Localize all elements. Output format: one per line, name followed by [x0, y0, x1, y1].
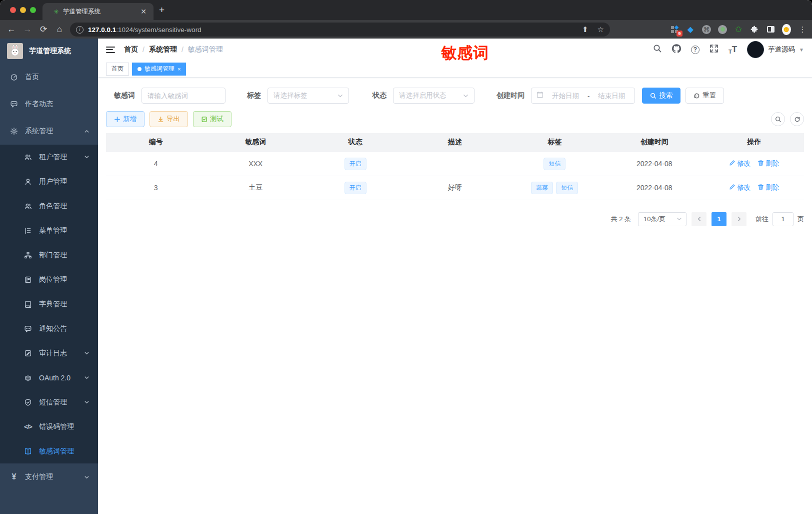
forward-icon[interactable]: →	[20, 25, 35, 35]
sidebar-item-11[interactable]: 通知公告	[0, 316, 98, 341]
bookmark-star-icon[interactable]: ☆	[598, 25, 604, 34]
add-button-label: 新增	[123, 115, 136, 124]
tag-close-icon[interactable]: ×	[178, 66, 180, 72]
sidebar-item-13[interactable]: OAuth 2.0	[0, 365, 98, 390]
search-icon[interactable]	[653, 44, 662, 55]
tag-select-placeholder: 请选择标签	[274, 91, 308, 100]
address-bar[interactable]: i 127.0.0.1 :1024/system/sensitive-word …	[70, 23, 610, 37]
page-size-value: 10条/页	[644, 215, 666, 224]
status-badge: 开启	[344, 158, 366, 170]
date-start-input[interactable]	[548, 92, 584, 100]
help-icon[interactable]: ?	[691, 46, 700, 54]
add-button[interactable]: 新增	[106, 111, 144, 127]
sidebar-item-label: 通知公告	[39, 324, 90, 333]
user-menu[interactable]: 芋道源码 ▼	[747, 41, 804, 58]
cell-id: 4	[106, 152, 206, 176]
site-info-icon[interactable]: i	[76, 26, 84, 34]
status-select[interactable]: 请选择启用状态	[393, 88, 474, 104]
prev-page-button[interactable]	[692, 212, 706, 226]
browser-toolbar: ← → ⟳ ⌂ i 127.0.0.1 :1024/system/sensiti…	[0, 20, 812, 39]
hamburger-icon[interactable]	[106, 47, 115, 53]
breadcrumb-system[interactable]: 系统管理	[149, 45, 177, 54]
sidebar-item-7[interactable]: 菜单管理	[0, 218, 98, 243]
sidebar-item-5[interactable]: 用户管理	[0, 169, 98, 194]
search-button[interactable]: 搜索	[642, 88, 680, 104]
tag-select[interactable]: 请选择标签	[268, 88, 349, 104]
breadcrumb-separator: /	[182, 46, 184, 54]
reset-button-label: 重置	[702, 91, 716, 100]
extension-grid-icon[interactable]: 9	[670, 25, 679, 34]
active-tag-dot	[138, 67, 142, 71]
date-range-picker[interactable]: -	[531, 88, 635, 104]
sidebar-item-14[interactable]: 短信管理	[0, 390, 98, 414]
sidebar-item-10[interactable]: 字典管理	[0, 292, 98, 316]
date-end-input[interactable]	[594, 92, 630, 100]
extensions-puzzle-icon[interactable]	[750, 25, 759, 34]
sidebar-item-2[interactable]: 作者动态	[0, 91, 98, 118]
sidebar-item-4[interactable]: 租户管理	[0, 145, 98, 169]
font-size-icon[interactable]: TT	[728, 45, 737, 55]
sidebar-item-16[interactable]: 敏感词管理	[0, 439, 98, 463]
app-logo-row[interactable]: 芋道管理系统	[0, 39, 98, 64]
edit-link[interactable]: 修改	[729, 159, 750, 168]
sidebar-toggle-icon[interactable]	[766, 25, 775, 34]
edit-link[interactable]: 修改	[729, 183, 750, 192]
tag-1[interactable]: 首页	[106, 63, 129, 76]
sidebar-item-label: 角色管理	[39, 202, 90, 211]
delete-link[interactable]: 删除	[758, 183, 779, 192]
browser-tab[interactable]: ✳ 芋道管理系统 ✕	[42, 3, 154, 20]
keyword-input[interactable]	[148, 92, 220, 100]
extension-gem-icon[interactable]: ◆	[686, 25, 695, 34]
toggle-search-icon[interactable]	[771, 112, 785, 126]
reset-button[interactable]: 重置	[686, 88, 724, 104]
github-icon[interactable]	[672, 44, 681, 55]
back-icon[interactable]: ←	[4, 25, 19, 35]
sidebar-item-label: 首页	[25, 73, 90, 82]
sidebar-item-12[interactable]: 审计日志	[0, 341, 98, 365]
test-button[interactable]: 测试	[193, 111, 232, 127]
pencil-icon	[729, 184, 736, 192]
zoom-window-button[interactable]	[30, 7, 36, 13]
fullscreen-icon[interactable]	[710, 44, 718, 55]
reload-icon[interactable]: ⟳	[36, 24, 51, 35]
menu-tree-icon	[24, 227, 32, 235]
cell-id: 3	[106, 176, 206, 200]
page-number-1[interactable]: 1	[712, 212, 726, 226]
export-button[interactable]: 导出	[150, 111, 188, 127]
sidebar-item-1[interactable]: 首页	[0, 64, 98, 91]
sidebar-item-8[interactable]: 部门管理	[0, 243, 98, 267]
sidebar-item-15[interactable]: </>错误码管理	[0, 414, 98, 439]
new-tab-button[interactable]: +	[159, 5, 164, 15]
profile-avatar[interactable]: ☻	[782, 25, 791, 34]
breadcrumb-home[interactable]: 首页	[124, 45, 138, 54]
sidebar-item-3[interactable]: 系统管理	[0, 118, 98, 145]
goto-page-input[interactable]	[772, 212, 794, 226]
close-window-button[interactable]	[10, 7, 16, 13]
payment-yen-icon: ¥	[10, 473, 18, 481]
sidebar-item-17[interactable]: ¥支付管理	[0, 463, 98, 490]
browser-menu-icon[interactable]: ⋮	[798, 25, 807, 34]
sidebar-item-label: 错误码管理	[39, 422, 90, 431]
next-page-button[interactable]	[732, 212, 746, 226]
cell-description	[405, 152, 504, 176]
table-row: 3土豆开启好呀蔬菜短信2022-04-08修改删除	[106, 176, 804, 200]
extension-record-icon[interactable]	[718, 25, 727, 34]
macos-traffic-lights[interactable]	[10, 7, 36, 13]
sidebar-item-label: 短信管理	[39, 398, 84, 407]
sidebar-item-9[interactable]: 岗位管理	[0, 267, 98, 292]
chevron-down-icon	[338, 93, 343, 99]
delete-link[interactable]: 删除	[758, 159, 779, 168]
page-size-select[interactable]: 10条/页	[638, 212, 686, 226]
pagination: 共 2 条 10条/页 1 前往 页	[106, 212, 804, 226]
sidebar-item-label: 系统管理	[25, 127, 84, 136]
home-icon[interactable]: ⌂	[52, 25, 67, 35]
status-filter-label: 状态	[372, 91, 386, 100]
extension-star-icon[interactable]: ✩	[734, 25, 743, 34]
sidebar-item-6[interactable]: 角色管理	[0, 194, 98, 218]
tab-close-icon[interactable]: ✕	[138, 8, 148, 16]
share-icon[interactable]: ⬆	[582, 25, 588, 34]
minimize-window-button[interactable]	[20, 7, 26, 13]
refresh-icon[interactable]	[790, 112, 804, 126]
extension-command-icon[interactable]: ⌘	[702, 25, 711, 34]
tag-2[interactable]: 敏感词管理×	[132, 63, 186, 76]
